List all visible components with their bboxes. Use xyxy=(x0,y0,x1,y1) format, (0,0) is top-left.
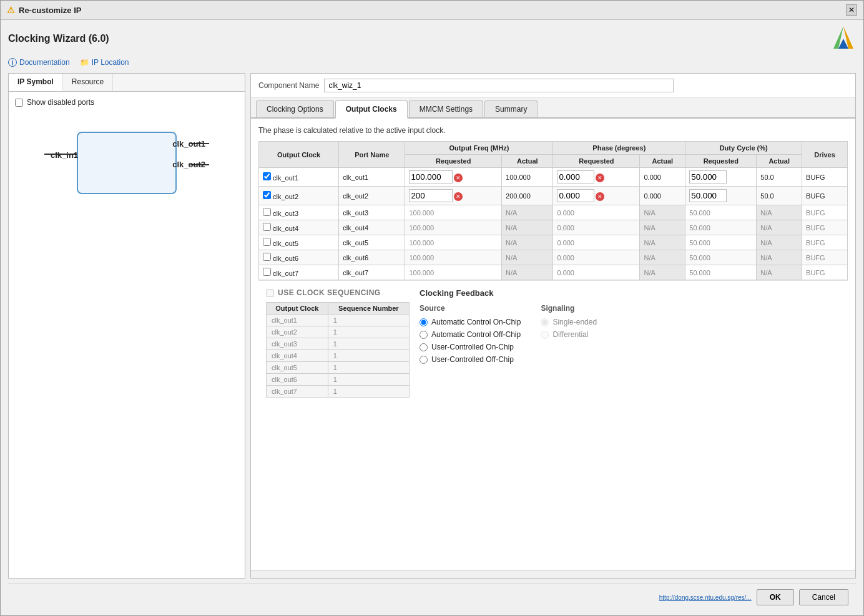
seq-clock-cell: clk_out1 xyxy=(267,315,328,326)
xilinx-logo xyxy=(831,25,856,50)
ok-button[interactable]: OK xyxy=(757,589,794,605)
title-bar: ⚠ Re-customize IP ✕ xyxy=(1,1,863,20)
phase-req-cell: 0.000 xyxy=(553,265,640,280)
clock-name-label: clk_out1 xyxy=(271,174,298,182)
seq-number-cell: 1 xyxy=(328,326,409,338)
diagram-area: clk_in1 clk_out1 clk_out2 xyxy=(15,107,238,219)
signaling-option-1[interactable]: Differential xyxy=(541,330,597,339)
freq-act-cell: N/A xyxy=(502,265,553,280)
freq-req-cell: 100.000 xyxy=(405,220,502,235)
freq-act-cell: N/A xyxy=(502,220,553,235)
freq-req-input[interactable] xyxy=(409,170,453,183)
duty-req-cell: 50.000 xyxy=(685,220,757,235)
top-bar: Clocking Wizard (6.0) xyxy=(8,25,856,52)
documentation-link[interactable]: i Documentation xyxy=(8,58,70,67)
bottom-section: USE CLOCK SEQUENCING Output Clock Sequen… xyxy=(258,280,848,405)
clk-in1-label: clk_in1 xyxy=(51,150,78,160)
duty-req-cell: 50.000 xyxy=(685,205,757,220)
show-disabled-checkbox[interactable] xyxy=(15,99,23,107)
source-label-3: User-Controlled Off-Chip xyxy=(431,355,514,364)
col-duty-req: Requested xyxy=(685,155,757,168)
source-option-1[interactable]: Automatic Control Off-Chip xyxy=(420,330,521,339)
clock-enabled-cell: clk_out5 xyxy=(259,235,339,250)
duty-act-cell: N/A xyxy=(757,220,802,235)
tab-mmcm-settings[interactable]: MMCM Settings xyxy=(409,100,483,117)
footer: http://dong.scse.ntu.edu.sg/res/... OK C… xyxy=(8,584,856,610)
seq-number-cell: 1 xyxy=(328,350,409,362)
clock-enabled-checkbox-6[interactable] xyxy=(263,268,271,276)
source-option-3[interactable]: User-Controlled Off-Chip xyxy=(420,355,521,364)
duty-req-cell: 50.000 xyxy=(685,235,757,250)
clock-enabled-checkbox-1[interactable] xyxy=(263,191,271,199)
tab-ip-symbol[interactable]: IP Symbol xyxy=(9,74,63,91)
tab-summary[interactable]: Summary xyxy=(484,100,538,117)
show-disabled-label[interactable]: Show disabled ports xyxy=(15,98,238,107)
source-option-0[interactable]: Automatic Control On-Chip xyxy=(420,318,521,326)
component-name-label: Component Name xyxy=(258,81,319,90)
clock-enabled-checkbox-5[interactable] xyxy=(263,253,271,261)
feedback-section: Clocking Feedback Source Automatic Contr… xyxy=(420,288,840,398)
signaling-label-1: Differential xyxy=(552,330,588,339)
seq-table-row: clk_out11 xyxy=(267,315,410,326)
freq-req-input[interactable] xyxy=(409,189,453,202)
table-row: clk_out3clk_out3100.000N/A0.000N/A50.000… xyxy=(259,205,848,220)
phase-req-input[interactable] xyxy=(557,170,594,183)
ip-location-link[interactable]: 📁 IP Location xyxy=(80,58,129,67)
source-radio-0[interactable] xyxy=(420,318,428,326)
duty-act-cell: 50.0 xyxy=(757,187,802,205)
seq-table-row: clk_out71 xyxy=(267,386,410,398)
use-clock-sequencing-checkbox[interactable] xyxy=(266,289,274,297)
source-radio-2[interactable] xyxy=(420,343,428,351)
source-radio-3[interactable] xyxy=(420,356,428,364)
seq-clock-cell: clk_out3 xyxy=(267,338,328,350)
freq-act-cell: 200.000 xyxy=(502,187,553,205)
seq-number-cell: 1 xyxy=(328,338,409,350)
signaling-option-0[interactable]: Single-ended xyxy=(541,318,597,326)
col-output-freq: Output Freq (MHz) xyxy=(405,142,553,155)
col-port-name: Port Name xyxy=(339,142,405,168)
signaling-radio-1[interactable] xyxy=(541,331,549,339)
window-title: Re-customize IP xyxy=(19,6,81,15)
clock-name-label: clk_out5 xyxy=(271,240,298,247)
duty-req-input[interactable] xyxy=(689,189,727,202)
phase-act-cell: 0.000 xyxy=(640,168,685,187)
tab-resource[interactable]: Resource xyxy=(63,74,113,91)
phase-clear-button[interactable]: ✕ xyxy=(596,174,604,182)
phase-req-cell: 0.000 xyxy=(553,235,640,250)
phase-req-cell: 0.000 xyxy=(553,250,640,265)
duty-req-cell: 50.000 xyxy=(685,265,757,280)
freq-clear-button[interactable]: ✕ xyxy=(454,192,463,201)
phase-act-cell: N/A xyxy=(640,205,685,220)
clock-table: Output Clock Port Name Output Freq (MHz)… xyxy=(258,141,848,280)
seq-clock-cell: clk_out4 xyxy=(267,350,328,362)
clock-enabled-checkbox-3[interactable] xyxy=(263,223,271,231)
seq-label: USE CLOCK SEQUENCING xyxy=(278,288,381,297)
clock-enabled-checkbox-2[interactable] xyxy=(263,208,271,216)
source-option-2[interactable]: User-Controlled On-Chip xyxy=(420,343,521,351)
source-radio-1[interactable] xyxy=(420,331,428,339)
horizontal-scrollbar[interactable] xyxy=(251,570,855,578)
signaling-radio-0[interactable] xyxy=(541,318,549,326)
clock-enabled-checkbox-4[interactable] xyxy=(263,238,271,246)
clock-enabled-checkbox-0[interactable] xyxy=(263,172,271,180)
col-duty-act: Actual xyxy=(757,155,802,168)
tab-content: The phase is calculated relative to the … xyxy=(251,119,855,570)
component-name-input[interactable] xyxy=(324,79,674,92)
phase-act-cell: N/A xyxy=(640,265,685,280)
duty-act-cell: N/A xyxy=(757,205,802,220)
tab-output-clocks[interactable]: Output Clocks xyxy=(335,100,408,119)
folder-icon: 📁 xyxy=(80,58,89,67)
duty-act-cell: N/A xyxy=(757,235,802,250)
phase-clear-button[interactable]: ✕ xyxy=(596,192,604,201)
close-button[interactable]: ✕ xyxy=(846,4,857,16)
source-label-1: Automatic Control Off-Chip xyxy=(431,330,521,339)
bottom-link[interactable]: http://dong.scse.ntu.edu.sg/res/... xyxy=(659,594,752,601)
seq-clock-cell: clk_out7 xyxy=(267,386,328,398)
freq-clear-button[interactable]: ✕ xyxy=(454,174,463,182)
drives-cell: BUFG xyxy=(802,220,848,235)
freq-act-cell: N/A xyxy=(502,235,553,250)
phase-req-input[interactable] xyxy=(557,189,594,202)
duty-req-input[interactable] xyxy=(689,170,727,183)
tab-clocking-options[interactable]: Clocking Options xyxy=(256,100,334,117)
cancel-button[interactable]: Cancel xyxy=(799,589,848,605)
